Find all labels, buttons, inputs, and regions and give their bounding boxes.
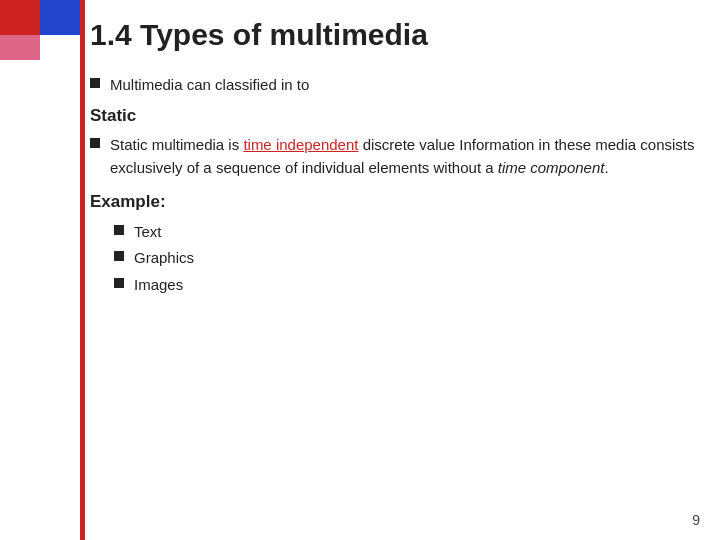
example-label: Example:: [90, 189, 700, 215]
bullet-text-2: Static multimedia is time independent di…: [110, 134, 700, 179]
sq-blue: [40, 0, 80, 35]
vertical-bar: [80, 0, 85, 540]
bullet-text-1: Multimedia can classified in to: [110, 74, 700, 97]
sq-pink: [0, 35, 40, 60]
sub-bullet-icon-text: [114, 225, 124, 235]
sub-bullet-label-text: Text: [134, 221, 162, 244]
page-number: 9: [692, 512, 700, 528]
sq-red: [0, 0, 40, 35]
slide: 1.4 Types of multimedia Multimedia can c…: [0, 0, 720, 540]
accent-decoration: [0, 0, 80, 60]
slide-title: 1.4 Types of multimedia: [90, 18, 700, 52]
bullet-item-2: Static multimedia is time independent di…: [90, 134, 700, 179]
bullet-icon-2: [90, 138, 100, 148]
sub-bullet-label-graphics: Graphics: [134, 247, 194, 270]
bullet-item-1: Multimedia can classified in to: [90, 74, 700, 97]
sub-bullet-icon-images: [114, 278, 124, 288]
slide-content: 1.4 Types of multimedia Multimedia can c…: [90, 0, 700, 540]
sub-bullet-label-images: Images: [134, 274, 183, 297]
text-italic: time component: [498, 159, 605, 176]
text-colored: time independent: [243, 136, 358, 153]
text-end: .: [604, 159, 608, 176]
sub-bullet-icon-graphics: [114, 251, 124, 261]
sub-bullet-text: Text: [114, 221, 700, 244]
body-content: Multimedia can classified in to Static S…: [90, 74, 700, 296]
sub-bullet-images: Images: [114, 274, 700, 297]
text-before: Static multimedia is: [110, 136, 243, 153]
bullet-icon-1: [90, 78, 100, 88]
sub-bullet-graphics: Graphics: [114, 247, 700, 270]
section-static-label: Static: [90, 103, 700, 129]
